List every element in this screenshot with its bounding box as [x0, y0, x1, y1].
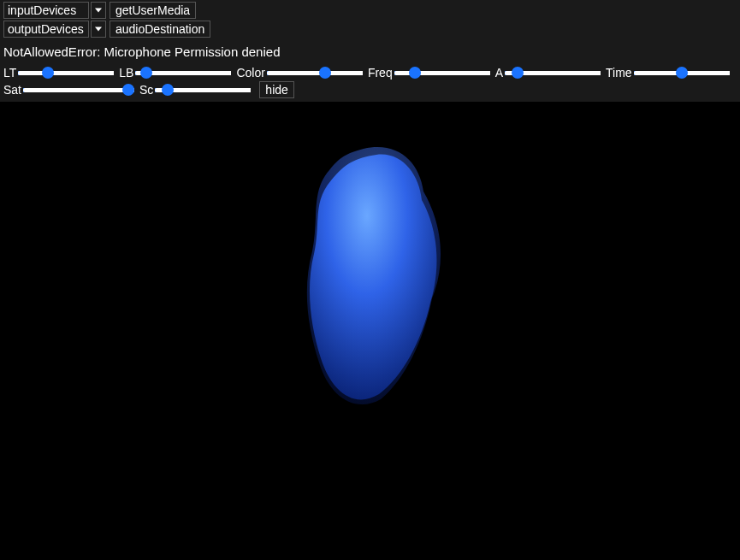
slider-time-label: Time	[606, 66, 632, 80]
slider-freq[interactable]	[394, 71, 490, 75]
slider-color-label: Color	[236, 66, 264, 80]
slider-a-group: A	[495, 66, 601, 80]
audio-blob-icon	[304, 144, 458, 410]
error-message: NotAllowedError: Microphone Permission d…	[3, 39, 737, 66]
slider-time-group: Time	[606, 66, 730, 80]
slider-lt-group: LT	[3, 66, 114, 80]
slider-sc[interactable]	[155, 88, 251, 92]
slider-color[interactable]	[267, 71, 363, 75]
slider-sc-group: Sc	[139, 83, 251, 97]
slider-sc-label: Sc	[139, 83, 153, 97]
visualizer-canvas	[0, 102, 740, 552]
sliders-row: LT LB Color Freq A Time Sat Sc	[3, 66, 737, 98]
slider-sat-group: Sat	[3, 83, 134, 97]
hide-button[interactable]: hide	[259, 81, 293, 98]
slider-freq-group: Freq	[368, 66, 490, 80]
slider-color-group: Color	[236, 66, 362, 80]
output-device-row: outputDevices audioDestination	[3, 21, 737, 38]
input-device-select-wrapper: inputDevices	[3, 2, 106, 19]
slider-a-label: A	[495, 66, 503, 80]
control-panel: inputDevices getUserMedia outputDevices …	[0, 0, 740, 102]
input-device-row: inputDevices getUserMedia	[3, 2, 737, 19]
chevron-down-icon[interactable]	[91, 2, 106, 19]
output-device-select-wrapper: outputDevices	[3, 21, 106, 38]
slider-time[interactable]	[634, 71, 730, 75]
slider-lb[interactable]	[135, 71, 231, 75]
output-devices-select[interactable]: outputDevices	[3, 21, 89, 38]
slider-lt[interactable]	[18, 71, 114, 75]
slider-lb-label: LB	[119, 66, 133, 80]
audio-destination-button[interactable]: audioDestination	[110, 21, 210, 38]
slider-a[interactable]	[505, 71, 601, 75]
slider-sat[interactable]	[23, 88, 134, 92]
get-user-media-button[interactable]: getUserMedia	[110, 2, 196, 19]
slider-sat-label: Sat	[3, 83, 21, 97]
chevron-down-icon[interactable]	[91, 21, 106, 38]
slider-lb-group: LB	[119, 66, 231, 80]
input-devices-select[interactable]: inputDevices	[3, 2, 89, 19]
slider-freq-label: Freq	[368, 66, 393, 80]
slider-lt-label: LT	[3, 66, 16, 80]
